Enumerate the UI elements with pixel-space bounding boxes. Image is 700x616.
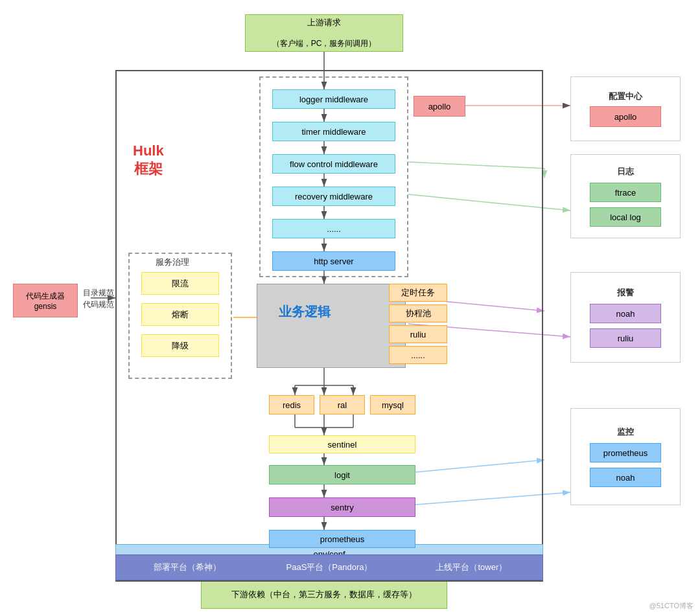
log-title: 日志 — [617, 166, 634, 177]
noah-alarm-box: noah — [590, 304, 661, 323]
flow-control-middleware: flow control middleware — [272, 154, 395, 174]
code-gen-box: 代码生成器gensis — [13, 284, 78, 317]
platforms-row: 部署平台（希神） PaaS平台（Pandora） 上线平台（tower） — [115, 554, 543, 580]
log-panel: 日志 ftrace local log — [570, 154, 681, 238]
upstream-label: 上游请求 — [307, 17, 341, 29]
platform1: 部署平台（希神） — [116, 562, 258, 573]
biz-right-1: 协程池 — [389, 304, 447, 323]
sentry-box: sentry — [269, 497, 415, 517]
config-center-title: 配置中心 — [609, 91, 642, 102]
local-log-box: local log — [590, 207, 661, 227]
ftrace-box: ftrace — [590, 183, 661, 202]
biz-right-2: ruliu — [389, 325, 447, 343]
platform3: 上线平台（tower） — [401, 562, 542, 573]
noah-monitor-box: noah — [590, 468, 661, 487]
prometheus-bottom-box: prometheus — [269, 530, 415, 548]
diagram-container: 上游请求 （客户端，PC，服务间调用） 下游依赖（中台，第三方服务，数据库，缓存… — [0, 0, 700, 616]
code-gen-tag2: 代码规范 — [83, 299, 114, 310]
hulk-label: Hulk 框架 — [133, 143, 164, 179]
ral-box: ral — [320, 395, 365, 415]
timer-middleware: timer middleware — [272, 122, 395, 141]
circuit-break-box: 熔断 — [141, 303, 219, 326]
monitor-panel: 监控 prometheus noah — [570, 408, 681, 505]
watermark: @51CTO博客 — [649, 601, 694, 611]
ruliu-alarm-box: ruliu — [590, 328, 661, 348]
biz-logic-box — [257, 284, 406, 368]
alarm-panel: 报警 noah ruliu — [570, 272, 681, 363]
logger-middleware: logger middleware — [272, 89, 395, 109]
downstream-label: 下游依赖（中台，第三方服务，数据库，缓存等） — [231, 589, 417, 600]
platform2: PaaS平台（Pandora） — [258, 562, 400, 573]
ellipsis-middleware: ...... — [272, 219, 395, 238]
biz-right-0: 定时任务 — [389, 284, 447, 302]
degrade-box: 降级 — [141, 334, 219, 357]
monitor-title: 监控 — [617, 426, 634, 438]
alarm-title: 报警 — [617, 287, 634, 299]
upstream-box: 上游请求 （客户端，PC，服务间调用） — [245, 14, 403, 52]
upstream-sublabel: （客户端，PC，服务间调用） — [272, 38, 377, 49]
sentinel-box: sentinel — [269, 435, 415, 453]
prometheus-monitor-box: prometheus — [590, 443, 661, 462]
code-gen-tag1: 目录规范 — [83, 288, 114, 299]
mysql-box: mysql — [370, 395, 415, 415]
config-center-panel: 配置中心 apollo — [570, 76, 681, 141]
service-gov-title: 服务治理 — [156, 257, 189, 268]
biz-label: 业务逻辑 — [279, 303, 331, 321]
recovery-middleware: recovery middleware — [272, 187, 395, 206]
config-apollo-box: apollo — [590, 106, 661, 127]
redis-box: redis — [269, 395, 314, 415]
http-server: http server — [272, 251, 395, 271]
rate-limit-box: 限流 — [141, 272, 219, 295]
apollo-inner-box: apollo — [414, 96, 465, 117]
biz-right-3: ...... — [389, 346, 447, 364]
code-gen-label: 代码生成器gensis — [26, 291, 65, 311]
logit-box: logit — [269, 465, 415, 485]
downstream-box: 下游依赖（中台，第三方服务，数据库，缓存等） — [201, 580, 447, 609]
